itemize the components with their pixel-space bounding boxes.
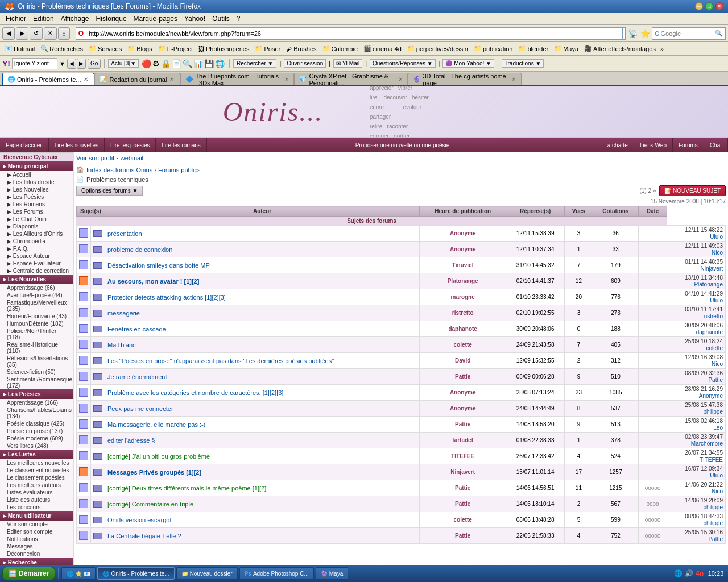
yahoo-toolbar-icon3[interactable]: 🔒	[161, 59, 171, 68]
yahoo-search-input[interactable]	[12, 58, 57, 69]
yahoo-myyahoo-btn[interactable]: 🟣 Mon Yahoo! ▼	[442, 59, 494, 68]
tab-crystalxp-close[interactable]: ✕	[398, 76, 403, 83]
last-author-link[interactable]: Nico	[712, 488, 723, 494]
sidebar-concours[interactable]: Les concours	[0, 504, 73, 511]
fnav-nouvelles[interactable]: Lire les nouvelles	[49, 138, 105, 152]
topic-link[interactable]: Peux pas me connecter	[107, 405, 173, 412]
tab-blueprints-close[interactable]: ✕	[284, 76, 289, 83]
yahoo-traductions-btn[interactable]: Traductions ▼	[502, 59, 544, 68]
yahoo-mail-btn[interactable]: ✉ YI Mail	[333, 59, 362, 68]
poesies-header[interactable]: ▸ Les Poésies	[0, 389, 73, 399]
author-link[interactable]: David	[455, 357, 470, 364]
sidebar-fantastique[interactable]: Fantastique/Merveilleux (235)	[0, 299, 73, 313]
author-link[interactable]: colette	[454, 342, 472, 348]
sidebar-classement-p[interactable]: Le classement poésies	[0, 474, 73, 481]
author-link[interactable]: Anonyme	[450, 405, 476, 411]
yahoo-toolbar-icon6[interactable]: 📊	[193, 59, 203, 68]
menu-help[interactable]: ?	[233, 14, 244, 24]
sidebar-apprentissage-p[interactable]: Apprentissage (166)	[0, 399, 73, 406]
author-link[interactable]: Anonyme	[450, 389, 476, 396]
yahoo-dropdown-icon[interactable]: ▼	[59, 60, 65, 67]
bookmark-blender[interactable]: 📁 blender	[516, 44, 551, 53]
start-button[interactable]: 🪟 Démarrer	[2, 567, 55, 580]
search-bar[interactable]	[661, 30, 714, 37]
sidebar-voir-compte[interactable]: Voir son compte	[0, 521, 73, 528]
yahoo-toolbar-icon1[interactable]: 🔴	[142, 59, 151, 68]
tab-crystalxp[interactable]: 💎 CrystalXP.net - Graphisme & Personnali…	[294, 73, 408, 85]
sidebar-deconnexion[interactable]: Déconnexion	[0, 550, 73, 558]
sidebar-centrale[interactable]: ▶ Centrale de correction	[0, 267, 73, 275]
topic-link[interactable]: Mail blanc	[107, 342, 136, 348]
topic-link[interactable]: Au secours, mon avatar ! [1][2]	[107, 278, 199, 285]
bookmark-blogs[interactable]: 📁 Blogs	[125, 44, 155, 53]
sidebar-poesies[interactable]: ▶ Les Poésies	[0, 193, 73, 201]
last-author-link[interactable]: TITEFEE	[700, 456, 723, 463]
yahoo-rechercher-btn[interactable]: Rechercher ▼	[233, 59, 276, 68]
topic-link[interactable]: Je rame énormément	[107, 373, 167, 380]
forward-button[interactable]: ▶	[16, 27, 28, 40]
author-link[interactable]: Pattie	[455, 533, 470, 539]
topic-link[interactable]: Les "Poésies en prose" n'apparaissent pa…	[107, 357, 334, 364]
sidebar-meilleurs-auteurs[interactable]: Les meilleurs auteurs	[0, 481, 73, 489]
minimize-button[interactable]: —	[695, 2, 703, 10]
last-author-link[interactable]: colette	[706, 345, 723, 351]
sidebar-classement-n[interactable]: Le classement nouvelles	[0, 467, 73, 474]
sidebar-romans[interactable]: ▶ Les Romans	[0, 201, 73, 208]
new-topic-button[interactable]: 📝 NOUVEAU SUJET	[659, 185, 726, 196]
yahoo-go-button[interactable]: Go	[88, 59, 101, 69]
sidebar-aventure[interactable]: Aventure/Epopée (44)	[0, 292, 73, 299]
maximize-button[interactable]: □	[705, 2, 713, 10]
last-author-link[interactable]: philippe	[704, 409, 723, 415]
sidebar-espace-auteur[interactable]: ▶ Espace Auteur	[0, 252, 73, 260]
bookmark-poser[interactable]: 📁 Poser	[253, 44, 283, 53]
sidebar-notifications[interactable]: Notifications	[0, 535, 73, 543]
topic-link[interactable]: Onirls version escargot	[107, 517, 172, 523]
last-author-link[interactable]: Pattie	[708, 536, 723, 542]
sidebar-chronopedia[interactable]: ▶ Chronopédia	[0, 238, 73, 245]
last-author-link[interactable]: Ululo	[710, 472, 723, 479]
yahoo-prev-button[interactable]: ◀	[67, 59, 76, 69]
menu-marquepages[interactable]: Marque-pages	[130, 14, 181, 24]
topic-link[interactable]: Fenêtres en cascade	[107, 326, 166, 332]
bookmarks-overflow[interactable]: »	[660, 45, 664, 52]
last-author-link[interactable]: daphanote	[696, 329, 723, 335]
sidebar-messages[interactable]: Messages	[0, 543, 73, 550]
last-author-link[interactable]: Marchombre	[691, 440, 723, 447]
bookmark-publication[interactable]: 📁 publication	[471, 44, 515, 53]
voir-profil-link[interactable]: Voir son profil	[76, 155, 114, 161]
yahoo-toolbar-icon5[interactable]: 🔍	[183, 59, 192, 68]
tab-redaction[interactable]: 📝 Redaction du journal ✕	[94, 73, 180, 85]
author-link[interactable]: Anonyme	[450, 230, 476, 236]
sidebar-policier[interactable]: Policier/Noir/Thriller (118)	[0, 327, 73, 341]
sidebar-chansons[interactable]: Chansons/Fables/Epiams (134)	[0, 406, 73, 420]
taskbar-oniris-button[interactable]: 🌐 Oniris - Problèmes te...	[97, 567, 174, 580]
tab-redaction-close[interactable]: ✕	[168, 76, 175, 83]
sidebar-humour[interactable]: Humour/Détente (182)	[0, 320, 73, 327]
bookmark-recherches[interactable]: 🔍 Recherches	[38, 44, 85, 53]
sidebar-sf[interactable]: Science-fiction (50)	[0, 368, 73, 376]
fnav-romans[interactable]: Lire les romans	[156, 138, 206, 152]
sidebar-infos[interactable]: ▶ Les Infos du site	[0, 178, 73, 186]
topic-link[interactable]: editer l'adresse §	[107, 437, 155, 444]
topic-link[interactable]: Messages Privés groupés [1][2]	[107, 469, 201, 476]
topic-link[interactable]: [corrigé] J'ai un piti ou gros problème	[107, 453, 210, 460]
bookmark-photoshoperies[interactable]: 🖼 Photoshoperies	[196, 45, 251, 53]
last-author-link[interactable]: ristretto	[704, 313, 723, 319]
sidebar-horreur[interactable]: Horreur/Epouvante (43)	[0, 313, 73, 320]
last-author-link[interactable]: Anonyme	[699, 393, 723, 399]
author-link[interactable]: Ninjavert	[450, 469, 475, 475]
fnav-charte[interactable]: La charte	[598, 138, 634, 152]
sidebar-diaponnis[interactable]: ▶ Diaponnis	[0, 223, 73, 230]
listes-header[interactable]: ▸ Les Listes	[0, 450, 73, 459]
sidebar-realisme[interactable]: Réalisme-Historique (110)	[0, 341, 73, 355]
back-button[interactable]: ◀	[2, 27, 15, 40]
last-author-link[interactable]: Ululo	[710, 234, 723, 240]
fnav-liens[interactable]: Liens Web	[634, 138, 673, 152]
fnav-chat[interactable]: Chat	[704, 138, 728, 152]
bookmark-eproject[interactable]: 📁 E-Project	[156, 44, 195, 53]
sidebar-editer-compte[interactable]: Editer son compte	[0, 528, 73, 535]
bookmark-perspectives[interactable]: 📁 perpectives/dessin	[405, 44, 470, 53]
search-icon[interactable]: 🔍	[715, 30, 723, 37]
tab-oniris-close[interactable]: ✕	[82, 76, 89, 83]
author-link[interactable]: farfadet	[452, 437, 473, 443]
